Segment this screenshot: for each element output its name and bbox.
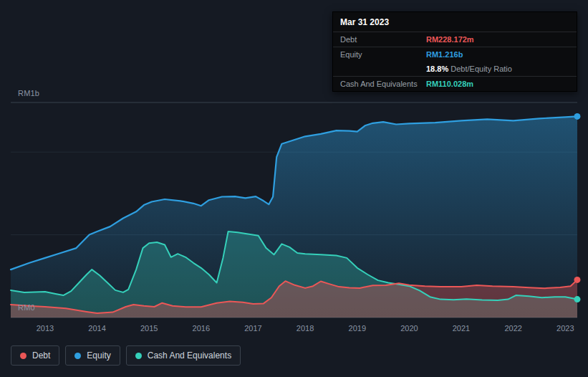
tooltip-equity-label: Equity	[340, 50, 426, 59]
tooltip-cash-value: RM110.028m	[426, 80, 473, 88]
tooltip-row-cash: Cash And Equivalents RM110.028m	[333, 77, 577, 91]
equity-legend-dot	[74, 353, 81, 359]
legend-item-cash[interactable]: Cash And Equivalents	[126, 345, 241, 366]
debt-legend-dot	[20, 353, 26, 359]
x-tick-2023: 2023	[556, 324, 574, 333]
x-tick-2015: 2015	[140, 324, 158, 333]
x-tick-2019: 2019	[349, 324, 366, 333]
legend: Debt Equity Cash And Equivalents	[11, 345, 241, 366]
ratio-percent: 18.8%	[426, 65, 448, 73]
legend-item-debt[interactable]: Debt	[11, 345, 59, 366]
x-tick-2021: 2021	[453, 324, 470, 333]
x-tick-2014: 2014	[88, 324, 105, 333]
x-tick-2017: 2017	[244, 324, 261, 333]
legend-cash-label: Cash And Equivalents	[148, 350, 231, 361]
tooltip-row-equity: Equity RM1.216b	[333, 47, 577, 62]
debt-equity-history-panel: 2013201420152016201720182019202020212022…	[0, 0, 588, 377]
tooltip-date: Mar 31 2023	[333, 12, 577, 32]
tooltip-row-ratio: 18.8% Debt/Equity Ratio	[333, 62, 577, 77]
tooltip-cash-label: Cash And Equivalents	[340, 80, 426, 88]
tooltip-ratio-value: 18.8% Debt/Equity Ratio	[426, 65, 512, 73]
cash-legend-dot	[135, 353, 142, 359]
x-tick-2016: 2016	[193, 324, 210, 333]
cash-end-marker	[574, 296, 581, 302]
x-tick-2022: 2022	[504, 324, 521, 333]
ratio-label: Debt/Equity Ratio	[450, 65, 512, 73]
x-tick-2018: 2018	[297, 324, 314, 333]
equity-end-marker	[574, 113, 581, 120]
tooltip-row-debt: Debt RM228.172m	[333, 32, 577, 47]
y-axis-label-top: RM1b	[18, 89, 39, 97]
tooltip-equity-value: RM1.216b	[426, 50, 463, 59]
debt-end-marker	[574, 277, 581, 283]
tooltip-debt-value: RM228.172m	[426, 35, 474, 44]
x-tick-2013: 2013	[37, 324, 54, 333]
y-axis-label-bottom: RM0	[18, 303, 35, 312]
legend-equity-label: Equity	[87, 350, 110, 361]
legend-debt-label: Debt	[32, 350, 50, 361]
x-tick-2020: 2020	[400, 324, 418, 333]
tooltip-debt-label: Debt	[340, 35, 426, 44]
tooltip-card: Mar 31 2023 Debt RM228.172m Equity RM1.2…	[332, 11, 577, 92]
legend-item-equity[interactable]: Equity	[65, 345, 120, 366]
